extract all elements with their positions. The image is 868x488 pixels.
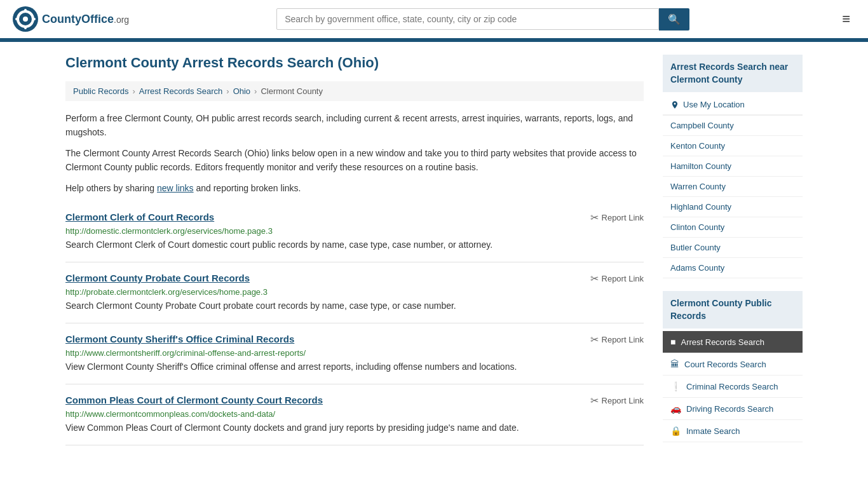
result-url: http://www.clermontsheriff.org/criminal-… [65,348,644,358]
sidebar: Arrest Records Search near Clermont Coun… [663,55,803,445]
logo: CountyOffice.org [13,6,129,32]
report-link-button[interactable]: ✂ Report Link [590,395,644,407]
scissors-icon: ✂ [590,395,599,407]
result-card: Clermont County Sheriff's Office Crimina… [65,323,644,384]
use-location-item[interactable]: Use My Location [663,95,803,116]
pr-label: Court Records Search [684,360,766,369]
list-item[interactable]: Campbell County [663,116,803,136]
result-card: Clermont Clerk of Court Records ✂ Report… [65,201,644,262]
nearby-counties-list: Use My Location Campbell County Kenton C… [663,95,803,278]
list-item[interactable]: Highland County [663,197,803,217]
svg-rect-6 [15,18,19,20]
description-2: The Clermont County Arrest Records Searc… [65,146,644,175]
court-records-icon: 🏛 [670,359,679,369]
pr-item-driving[interactable]: 🚗 Driving Records Search [663,398,803,420]
result-title[interactable]: Clermont County Sheriff's Office Crimina… [65,334,294,344]
scissors-icon: ✂ [590,273,599,285]
pr-item-arrest[interactable]: ■ Arrest Records Search [663,331,803,353]
pr-label: Driving Records Search [686,404,773,414]
result-card: Clermont County Probate Court Records ✂ … [65,262,644,323]
list-item[interactable]: Warren County [663,177,803,197]
pr-item-inmate[interactable]: 🔒 Inmate Search [663,420,803,442]
breadcrumb-clermont: Clermont County [261,86,323,96]
result-url: http://www.clermontcommonpleas.com/docke… [65,409,644,419]
results-list: Clermont Clerk of Court Records ✂ Report… [65,201,644,445]
page-title: Clermont County Arrest Records Search (O… [65,55,644,71]
result-desc: View Common Pleas Court of Clermont Coun… [65,421,644,435]
svg-point-3 [23,17,28,22]
description-1: Perform a free Clermont County, OH publi… [65,111,644,140]
result-desc: Search Clermont County Probate Court pro… [65,299,644,313]
inmate-search-icon: 🔒 [670,426,681,436]
search-input[interactable] [276,8,659,30]
menu-button[interactable]: ≡ [837,8,855,30]
description-3: Help others by sharing new links and rep… [65,181,644,195]
nearby-title: Arrest Records Search near Clermont Coun… [663,55,803,92]
pr-item-criminal[interactable]: ❕ Criminal Records Search [663,376,803,398]
result-url: http://domestic.clermontclerk.org/eservi… [65,226,644,236]
list-item[interactable]: Butler County [663,238,803,258]
breadcrumb-arrest-records[interactable]: Arrest Records Search [139,86,223,96]
pr-label: Inmate Search [686,426,740,436]
criminal-records-icon: ❕ [670,381,681,391]
breadcrumb-ohio[interactable]: Ohio [233,86,250,96]
pr-label: Criminal Records Search [686,382,778,391]
result-card: Common Pleas Court of Clermont County Co… [65,384,644,445]
public-records-section: Clermont County Public Records ■ Arrest … [663,291,803,442]
search-button[interactable]: 🔍 [659,8,689,30]
result-title[interactable]: Clermont Clerk of Court Records [65,212,214,222]
report-link-button[interactable]: ✂ Report Link [590,273,644,285]
logo-icon [13,6,38,32]
svg-rect-7 [32,18,36,20]
report-link-button[interactable]: ✂ Report Link [590,334,644,346]
report-link-button[interactable]: ✂ Report Link [590,212,644,224]
new-links-link[interactable]: new links [157,183,194,193]
driving-records-icon: 🚗 [670,403,681,414]
location-icon [670,100,679,109]
result-desc: View Clermont County Sheriff's Office cr… [65,360,644,374]
search-icon: 🔍 [668,14,681,25]
arrest-records-icon: ■ [670,337,675,347]
header: CountyOffice.org 🔍 ≡ [0,0,868,40]
search-bar: 🔍 [276,8,689,30]
use-location-label: Use My Location [683,100,745,109]
scissors-icon: ✂ [590,334,599,346]
public-records-title: Clermont County Public Records [663,291,803,329]
logo-text: CountyOffice.org [42,13,129,26]
svg-rect-5 [24,25,27,29]
pr-item-court[interactable]: 🏛 Court Records Search [663,353,803,376]
list-item[interactable]: Hamilton County [663,156,803,177]
result-desc: Search Clermont Clerk of Court domestic … [65,238,644,252]
svg-rect-4 [24,9,27,13]
main-content: Clermont County Arrest Records Search (O… [65,55,644,445]
breadcrumb: Public Records › Arrest Records Search ›… [65,81,644,101]
result-title[interactable]: Common Pleas Court of Clermont County Co… [65,395,323,405]
list-item[interactable]: Adams County [663,258,803,278]
result-title[interactable]: Clermont County Probate Court Records [65,273,250,283]
content-wrapper: Clermont County Arrest Records Search (O… [53,42,815,458]
list-item[interactable]: Clinton County [663,217,803,238]
hamburger-icon: ≡ [842,11,850,27]
pr-label: Arrest Records Search [681,337,764,347]
breadcrumb-public-records[interactable]: Public Records [73,86,128,96]
scissors-icon: ✂ [590,212,599,224]
result-url: http://probate.clermontclerk.org/eservic… [65,287,644,297]
list-item[interactable]: Kenton County [663,136,803,156]
